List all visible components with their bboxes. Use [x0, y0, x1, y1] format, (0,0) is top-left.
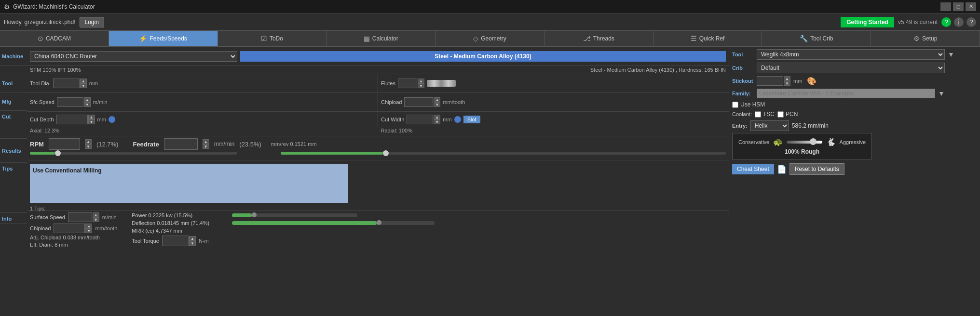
chipload-down[interactable]: ▼ — [434, 102, 440, 107]
torque-unit: N-m — [199, 238, 209, 244]
cut-width-input[interactable]: 8 — [407, 115, 433, 124]
machine-label: Machine — [0, 47, 27, 66]
reset-button[interactable]: Reset to Defaults — [789, 163, 844, 175]
chipload-info-spinner: 0,03803 ▲ ▼ — [54, 224, 92, 233]
help-icon[interactable]: ? — [941, 17, 951, 27]
feedrate-down[interactable]: ▼ — [203, 144, 209, 149]
tab-todo[interactable]: ☑ ToDo — [218, 31, 327, 46]
cut-depth-input[interactable]: 0,9906 — [56, 115, 88, 124]
cheat-sheet-icon[interactable]: 📄 — [777, 165, 787, 174]
radial-label: Radial: 100% — [378, 127, 729, 134]
rpm-up[interactable]: ▲ — [85, 139, 92, 144]
use-hsm-checkbox[interactable]: Use HSM — [732, 101, 765, 108]
tab-quickref[interactable]: ☰ Quick Ref — [653, 31, 762, 46]
slot-button[interactable]: Slot — [463, 116, 480, 123]
cl-up[interactable]: ▲ — [85, 224, 92, 228]
feedrate-slider-thumb — [383, 150, 389, 156]
stickout-down[interactable]: ▼ — [784, 81, 790, 86]
chipload-label: Chipload — [381, 99, 402, 105]
torque-input[interactable]: 0,57 — [162, 236, 189, 246]
close-button[interactable]: ✕ — [966, 2, 976, 11]
cheat-sheet-button[interactable]: Cheat Sheet — [732, 164, 774, 174]
tab-toolcrib[interactable]: 🔧 Tool Crib — [762, 31, 871, 46]
sfc-up[interactable]: ▲ — [84, 97, 91, 102]
cut-label: Cut — [0, 111, 27, 139]
tsc-checkbox-input[interactable] — [755, 111, 761, 118]
rpm-input[interactable]: 3927 — [49, 138, 80, 150]
torque-down[interactable]: ▼ — [189, 241, 196, 246]
tsc-checkbox[interactable]: TSC — [755, 111, 775, 118]
minimize-button[interactable]: ─ — [940, 2, 951, 11]
power-bar — [232, 213, 357, 217]
stickout-color-icon[interactable]: 🎨 — [807, 77, 817, 86]
tool-dia-up[interactable]: ▲ — [80, 79, 87, 83]
feedrate-slider[interactable] — [281, 152, 726, 155]
width-color-dot[interactable] — [454, 116, 461, 123]
family-dropdown-icon[interactable]: ▼ — [938, 90, 945, 97]
login-button[interactable]: Login — [80, 17, 104, 27]
flutes-input[interactable]: 4 — [398, 79, 417, 88]
entry-type-select[interactable]: Helix — [750, 120, 789, 131]
aggression-box: Conservative 🐢 🐇 Aggressive 100% Rough — [732, 133, 872, 159]
hsm-checkbox-input[interactable] — [732, 102, 738, 108]
sfc-down[interactable]: ▼ — [84, 102, 91, 107]
tool-name-select[interactable]: Weglik 4x8mm — [757, 49, 945, 60]
navtabs: ⊙ CADCAM ⚡ Feeds/Speeds ☑ ToDo ▦ Calcula… — [0, 31, 980, 47]
depth-color-dot[interactable] — [109, 116, 115, 123]
cut-width-section: Cut Width 8 ▲ ▼ mm Slot — [378, 112, 729, 127]
surface-speed-input[interactable]: 99 — [68, 212, 92, 222]
tool-dia-down[interactable]: ▼ — [80, 83, 87, 88]
tab-threads[interactable]: ⎇ Threads — [544, 31, 653, 46]
cut-width-down[interactable]: ▼ — [434, 119, 440, 124]
getting-started-button[interactable]: Getting Started — [841, 17, 894, 27]
tab-calculator[interactable]: ▦ Calculator — [327, 31, 436, 46]
chipload-info-input[interactable]: 0,03803 — [54, 224, 85, 233]
flutes-down[interactable]: ▼ — [418, 83, 424, 88]
cut-depth-spinner: 0,9906 ▲ ▼ — [56, 115, 95, 124]
right-panel: Tool Weglik 4x8mm ▼ Crib Default Stickou… — [729, 47, 980, 316]
crib-select[interactable]: Default — [757, 63, 945, 73]
sfc-label: Sfc Speed — [30, 99, 54, 105]
surface-speed-label: Surface Speed — [30, 214, 65, 220]
rpm-down[interactable]: ▼ — [85, 144, 92, 149]
cut-width-up[interactable]: ▲ — [434, 115, 440, 119]
chipload-input[interactable]: 0.038 — [404, 97, 433, 107]
cut-depth-unit: mm — [97, 117, 106, 122]
deflection-bar-thumb — [377, 220, 381, 225]
chipload-section: Chipload 0.038 ▲ ▼ mm/tooth — [378, 93, 729, 111]
info-icon[interactable]: i — [954, 17, 964, 27]
stickout-input[interactable]: 35 — [757, 76, 783, 86]
tab-threads-label: Threads — [593, 35, 614, 42]
cut-depth-up[interactable]: ▲ — [88, 115, 95, 119]
chipload-up[interactable]: ▲ — [434, 97, 440, 102]
pcn-checkbox-input[interactable] — [777, 111, 784, 118]
tab-geometry[interactable]: ◇ Geometry — [436, 31, 544, 46]
tab-feeds[interactable]: ⚡ Feeds/Speeds — [109, 31, 218, 46]
pcn-checkbox[interactable]: PCN — [777, 111, 798, 118]
tool-dropdown-icon[interactable]: ▼ — [948, 51, 954, 58]
rpm-slider[interactable] — [30, 152, 237, 155]
tab-setup[interactable]: ⚙ Setup — [871, 31, 980, 46]
power-bar-fill — [232, 213, 251, 217]
torque-label: Tool Torque — [132, 238, 159, 244]
results-sliders — [30, 152, 726, 155]
ss-down[interactable]: ▼ — [93, 217, 99, 222]
cl-down[interactable]: ▼ — [85, 228, 92, 233]
feedrate-up[interactable]: ▲ — [203, 139, 209, 144]
machine-select[interactable]: China 6040 CNC Router — [30, 51, 237, 62]
ss-up[interactable]: ▲ — [93, 212, 99, 217]
use-hsm-label: Use HSM — [740, 101, 765, 108]
sfc-input[interactable]: 104 — [57, 97, 83, 107]
torque-up[interactable]: ▲ — [189, 236, 196, 241]
maximize-button[interactable]: □ — [953, 2, 964, 11]
tool-dia-input[interactable]: 8 — [53, 79, 80, 88]
aggression-slider[interactable] — [787, 141, 822, 144]
settings-icon[interactable]: ? — [966, 17, 976, 27]
rough-label: 100% Rough — [785, 148, 819, 155]
feedrate-input[interactable]: 597,5 — [164, 138, 198, 150]
family-input[interactable] — [757, 89, 935, 98]
stickout-up[interactable]: ▲ — [784, 76, 790, 81]
cut-depth-down[interactable]: ▼ — [88, 119, 95, 124]
tab-cadcam[interactable]: ⊙ CADCAM — [0, 31, 109, 46]
flutes-up[interactable]: ▲ — [418, 79, 424, 83]
